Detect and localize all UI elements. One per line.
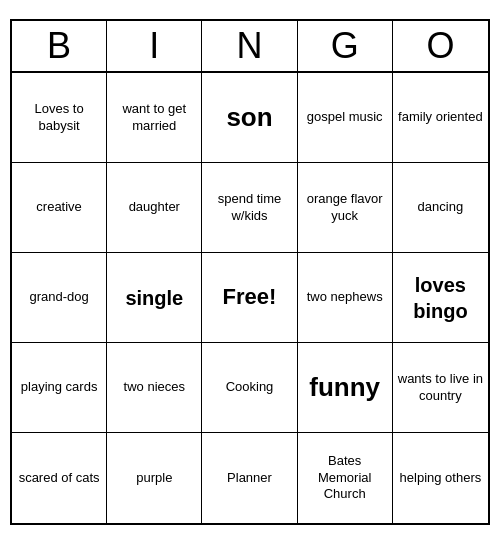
bingo-cell-12: Free! [202, 253, 297, 343]
bingo-cell-17: Cooking [202, 343, 297, 433]
bingo-cell-23: Bates Memorial Church [298, 433, 393, 523]
bingo-header: BINGO [12, 21, 488, 73]
bingo-cell-2: son [202, 73, 297, 163]
bingo-cell-3: gospel music [298, 73, 393, 163]
bingo-cell-20: scared of cats [12, 433, 107, 523]
bingo-cell-11: single [107, 253, 202, 343]
header-letter-n: N [202, 21, 297, 71]
header-letter-g: G [298, 21, 393, 71]
header-letter-i: I [107, 21, 202, 71]
bingo-cell-24: helping others [393, 433, 488, 523]
bingo-cell-19: wants to live in country [393, 343, 488, 433]
bingo-cell-10: grand-dog [12, 253, 107, 343]
bingo-grid: Loves to babysitwant to get marriedsongo… [12, 73, 488, 523]
bingo-cell-15: playing cards [12, 343, 107, 433]
bingo-cell-14: loves bingo [393, 253, 488, 343]
bingo-cell-5: creative [12, 163, 107, 253]
header-letter-o: O [393, 21, 488, 71]
bingo-cell-18: funny [298, 343, 393, 433]
bingo-cell-8: orange flavor yuck [298, 163, 393, 253]
bingo-cell-16: two nieces [107, 343, 202, 433]
bingo-card: BINGO Loves to babysitwant to get marrie… [10, 19, 490, 525]
bingo-cell-0: Loves to babysit [12, 73, 107, 163]
bingo-cell-21: purple [107, 433, 202, 523]
header-letter-b: B [12, 21, 107, 71]
bingo-cell-7: spend time w/kids [202, 163, 297, 253]
bingo-cell-22: Planner [202, 433, 297, 523]
bingo-cell-13: two nephews [298, 253, 393, 343]
bingo-cell-4: family oriented [393, 73, 488, 163]
bingo-cell-9: dancing [393, 163, 488, 253]
bingo-cell-1: want to get married [107, 73, 202, 163]
bingo-cell-6: daughter [107, 163, 202, 253]
